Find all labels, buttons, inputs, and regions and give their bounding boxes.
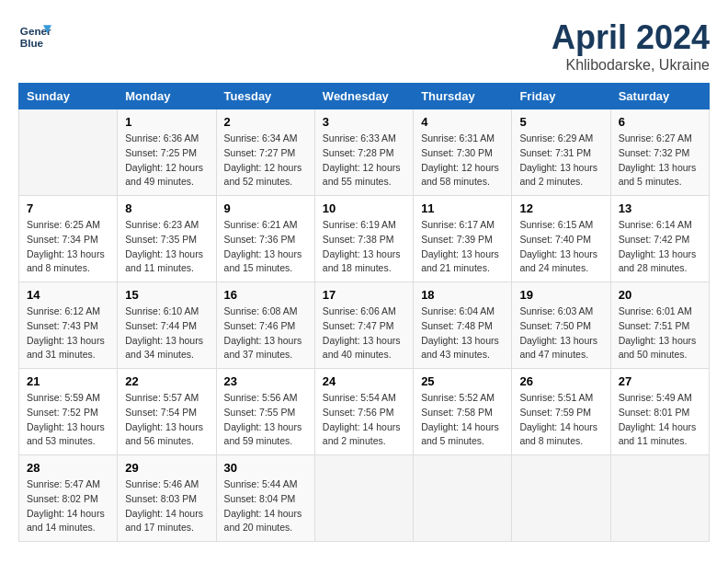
svg-text:Blue: Blue: [20, 37, 44, 49]
day-number: 8: [125, 201, 208, 215]
day-number: 25: [421, 374, 504, 388]
day-info: Sunrise: 5:57 AM Sunset: 7:54 PM Dayligh…: [125, 391, 208, 449]
day-number: 13: [619, 201, 701, 215]
day-cell: 4Sunrise: 6:31 AM Sunset: 7:30 PM Daylig…: [414, 109, 512, 196]
day-cell: [512, 455, 610, 542]
day-cell: 13Sunrise: 6:14 AM Sunset: 7:42 PM Dayli…: [610, 196, 709, 282]
day-cell: 17Sunrise: 6:06 AM Sunset: 7:47 PM Dayli…: [314, 282, 413, 369]
day-info: Sunrise: 5:52 AM Sunset: 7:58 PM Dayligh…: [421, 391, 504, 449]
day-cell: 18Sunrise: 6:04 AM Sunset: 7:48 PM Dayli…: [414, 282, 512, 369]
day-cell: 15Sunrise: 6:10 AM Sunset: 7:44 PM Dayli…: [118, 282, 216, 369]
day-info: Sunrise: 6:34 AM Sunset: 7:27 PM Dayligh…: [224, 132, 307, 190]
day-info: Sunrise: 6:04 AM Sunset: 7:48 PM Dayligh…: [421, 304, 504, 362]
day-number: 28: [27, 461, 109, 475]
calendar-body: 1Sunrise: 6:36 AM Sunset: 7:25 PM Daylig…: [19, 109, 710, 542]
day-number: 22: [125, 374, 208, 388]
day-cell: 12Sunrise: 6:15 AM Sunset: 7:40 PM Dayli…: [512, 196, 610, 282]
day-cell: 10Sunrise: 6:19 AM Sunset: 7:38 PM Dayli…: [314, 196, 413, 282]
day-number: 1: [125, 115, 208, 129]
day-cell: 16Sunrise: 6:08 AM Sunset: 7:46 PM Dayli…: [216, 282, 314, 369]
day-number: 11: [421, 201, 504, 215]
day-cell: 20Sunrise: 6:01 AM Sunset: 7:51 PM Dayli…: [610, 282, 709, 369]
day-info: Sunrise: 6:27 AM Sunset: 7:32 PM Dayligh…: [619, 132, 701, 190]
weekday-header-thursday: Thursday: [414, 84, 512, 109]
day-info: Sunrise: 6:14 AM Sunset: 7:42 PM Dayligh…: [619, 218, 701, 276]
week-row-1: 1Sunrise: 6:36 AM Sunset: 7:25 PM Daylig…: [19, 109, 710, 196]
weekday-header-wednesday: Wednesday: [314, 84, 413, 109]
day-info: Sunrise: 6:15 AM Sunset: 7:40 PM Dayligh…: [519, 218, 602, 276]
day-number: 9: [224, 201, 307, 215]
day-number: 15: [125, 288, 208, 302]
weekday-header-saturday: Saturday: [610, 84, 709, 109]
day-info: Sunrise: 5:56 AM Sunset: 7:55 PM Dayligh…: [224, 391, 307, 449]
day-info: Sunrise: 6:21 AM Sunset: 7:36 PM Dayligh…: [224, 218, 307, 276]
day-number: 5: [519, 115, 602, 129]
day-cell: 28Sunrise: 5:47 AM Sunset: 8:02 PM Dayli…: [19, 455, 118, 542]
day-cell: [314, 455, 413, 542]
day-cell: 14Sunrise: 6:12 AM Sunset: 7:43 PM Dayli…: [19, 282, 118, 369]
week-row-5: 28Sunrise: 5:47 AM Sunset: 8:02 PM Dayli…: [19, 455, 710, 542]
day-info: Sunrise: 6:17 AM Sunset: 7:39 PM Dayligh…: [421, 218, 504, 276]
day-cell: 25Sunrise: 5:52 AM Sunset: 7:58 PM Dayli…: [414, 369, 512, 455]
day-cell: 30Sunrise: 5:44 AM Sunset: 8:04 PM Dayli…: [216, 455, 314, 542]
day-cell: 2Sunrise: 6:34 AM Sunset: 7:27 PM Daylig…: [216, 109, 314, 196]
day-info: Sunrise: 6:23 AM Sunset: 7:35 PM Dayligh…: [125, 218, 208, 276]
weekday-header-row: SundayMondayTuesdayWednesdayThursdayFrid…: [19, 84, 710, 109]
day-info: Sunrise: 5:54 AM Sunset: 7:56 PM Dayligh…: [323, 391, 405, 449]
day-info: Sunrise: 6:31 AM Sunset: 7:30 PM Dayligh…: [421, 132, 504, 190]
day-info: Sunrise: 6:12 AM Sunset: 7:43 PM Dayligh…: [27, 304, 109, 362]
day-number: 27: [619, 374, 701, 388]
weekday-header-sunday: Sunday: [19, 84, 118, 109]
day-cell: 11Sunrise: 6:17 AM Sunset: 7:39 PM Dayli…: [414, 196, 512, 282]
title-area: April 2024 Khlibodarske, Ukraine: [552, 18, 710, 74]
day-number: 30: [224, 461, 307, 475]
day-info: Sunrise: 6:01 AM Sunset: 7:51 PM Dayligh…: [619, 304, 701, 362]
day-number: 17: [323, 288, 405, 302]
day-cell: 27Sunrise: 5:49 AM Sunset: 8:01 PM Dayli…: [610, 369, 709, 455]
day-info: Sunrise: 6:08 AM Sunset: 7:46 PM Dayligh…: [224, 304, 307, 362]
week-row-3: 14Sunrise: 6:12 AM Sunset: 7:43 PM Dayli…: [19, 282, 710, 369]
day-cell: 3Sunrise: 6:33 AM Sunset: 7:28 PM Daylig…: [314, 109, 413, 196]
day-number: 4: [421, 115, 504, 129]
day-cell: 5Sunrise: 6:29 AM Sunset: 7:31 PM Daylig…: [512, 109, 610, 196]
day-number: 7: [27, 201, 109, 215]
day-cell: 24Sunrise: 5:54 AM Sunset: 7:56 PM Dayli…: [314, 369, 413, 455]
week-row-2: 7Sunrise: 6:25 AM Sunset: 7:34 PM Daylig…: [19, 196, 710, 282]
day-cell: 1Sunrise: 6:36 AM Sunset: 7:25 PM Daylig…: [118, 109, 216, 196]
header: General Blue April 2024 Khlibodarske, Uk…: [18, 18, 710, 74]
day-info: Sunrise: 5:44 AM Sunset: 8:04 PM Dayligh…: [224, 477, 307, 535]
weekday-header-monday: Monday: [118, 84, 216, 109]
calendar-header: SundayMondayTuesdayWednesdayThursdayFrid…: [19, 84, 710, 109]
day-cell: 26Sunrise: 5:51 AM Sunset: 7:59 PM Dayli…: [512, 369, 610, 455]
day-number: 14: [27, 288, 109, 302]
logo: General Blue: [18, 18, 51, 52]
logo-icon: General Blue: [18, 18, 51, 52]
day-cell: 29Sunrise: 5:46 AM Sunset: 8:03 PM Dayli…: [118, 455, 216, 542]
weekday-header-friday: Friday: [512, 84, 610, 109]
day-info: Sunrise: 5:59 AM Sunset: 7:52 PM Dayligh…: [27, 391, 109, 449]
day-cell: [19, 109, 118, 196]
day-number: 12: [519, 201, 602, 215]
day-number: 21: [27, 374, 109, 388]
day-info: Sunrise: 5:51 AM Sunset: 7:59 PM Dayligh…: [519, 391, 602, 449]
week-row-4: 21Sunrise: 5:59 AM Sunset: 7:52 PM Dayli…: [19, 369, 710, 455]
day-cell: 7Sunrise: 6:25 AM Sunset: 7:34 PM Daylig…: [19, 196, 118, 282]
day-number: 18: [421, 288, 504, 302]
day-cell: 21Sunrise: 5:59 AM Sunset: 7:52 PM Dayli…: [19, 369, 118, 455]
day-cell: 22Sunrise: 5:57 AM Sunset: 7:54 PM Dayli…: [118, 369, 216, 455]
day-cell: 23Sunrise: 5:56 AM Sunset: 7:55 PM Dayli…: [216, 369, 314, 455]
day-number: 19: [519, 288, 602, 302]
day-info: Sunrise: 6:03 AM Sunset: 7:50 PM Dayligh…: [519, 304, 602, 362]
day-number: 6: [619, 115, 701, 129]
day-cell: [610, 455, 709, 542]
day-number: 2: [224, 115, 307, 129]
day-info: Sunrise: 6:33 AM Sunset: 7:28 PM Dayligh…: [323, 132, 405, 190]
day-number: 26: [519, 374, 602, 388]
day-cell: 6Sunrise: 6:27 AM Sunset: 7:32 PM Daylig…: [610, 109, 709, 196]
day-cell: [414, 455, 512, 542]
day-number: 16: [224, 288, 307, 302]
day-cell: 8Sunrise: 6:23 AM Sunset: 7:35 PM Daylig…: [118, 196, 216, 282]
month-title: April 2024: [552, 18, 710, 57]
location-subtitle: Khlibodarske, Ukraine: [552, 57, 710, 74]
day-number: 29: [125, 461, 208, 475]
